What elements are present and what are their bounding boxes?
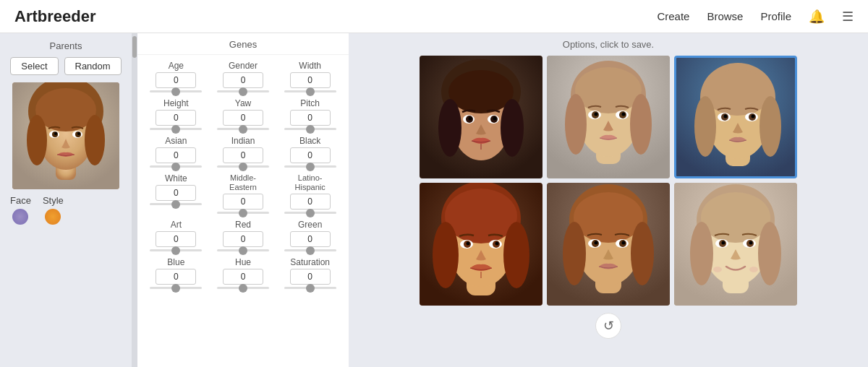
preview-cell-1[interactable] — [420, 56, 542, 178]
face-style-tabs: Face Style — [7, 195, 124, 225]
gene-age-input[interactable] — [156, 72, 196, 88]
preview-cell-6[interactable] — [674, 183, 797, 306]
header: Artbreeder Create Browse Profile 🔔 ☰ — [0, 0, 868, 33]
gene-white-input[interactable] — [156, 185, 196, 201]
svg-point-69 — [563, 222, 586, 285]
gene-gender-slider[interactable] — [217, 90, 269, 92]
svg-point-81 — [701, 192, 770, 243]
gene-art-input[interactable] — [156, 231, 196, 247]
logo: Artbreeder — [14, 7, 95, 26]
svg-point-75 — [595, 241, 598, 245]
refresh-button[interactable]: ↺ — [595, 313, 621, 339]
gene-width-input[interactable] — [290, 72, 331, 88]
svg-point-31 — [630, 94, 652, 155]
svg-point-56 — [433, 222, 459, 288]
gene-black-label: Black — [299, 136, 320, 146]
gene-indian-slider[interactable] — [217, 165, 269, 168]
random-button[interactable]: Random — [64, 57, 122, 75]
preview-cell-4[interactable] — [420, 183, 542, 306]
genes-row-0: Age Gender Width — [145, 61, 341, 92]
genes-content[interactable]: Age Gender Width Height — [137, 55, 349, 367]
gene-latino-hispanic-input[interactable] — [290, 194, 331, 210]
parents-panel: Parents Select Random — [0, 33, 132, 367]
nav-browse[interactable]: Browse — [707, 10, 743, 22]
gene-black-slider[interactable] — [284, 165, 336, 168]
gene-saturation-input[interactable] — [290, 269, 331, 285]
gene-height-input[interactable] — [156, 110, 196, 126]
svg-point-30 — [565, 94, 587, 155]
preview-cell-3[interactable] — [674, 56, 797, 178]
genes-row-3: White Middle-Eastern Latino-Hispanic — [145, 173, 341, 214]
header-nav: Create Browse Profile 🔔 ☰ — [657, 9, 854, 25]
gene-middle-eastern-input[interactable] — [223, 194, 263, 210]
gene-green-input[interactable] — [290, 231, 331, 247]
gene-latino-hispanic-label: Latino-Hispanic — [295, 173, 326, 192]
gene-blue-slider[interactable] — [150, 287, 202, 289]
gene-red-input[interactable] — [223, 231, 263, 247]
svg-point-90 — [713, 267, 722, 272]
parents-buttons: Select Random — [10, 57, 121, 75]
gene-yaw-slider[interactable] — [217, 128, 269, 130]
svg-point-37 — [622, 113, 626, 116]
face-tab-dot — [12, 209, 28, 225]
scroll-thumb[interactable] — [132, 36, 137, 58]
nav-profile[interactable]: Profile — [760, 10, 791, 22]
gene-height-slider[interactable] — [150, 128, 202, 130]
gene-art-slider[interactable] — [150, 249, 202, 251]
gene-middle-eastern-slider[interactable] — [217, 212, 269, 214]
svg-point-6 — [85, 115, 105, 165]
gene-age-slider[interactable] — [150, 90, 202, 92]
gene-asian-slider[interactable] — [150, 165, 202, 168]
gene-red-slider[interactable] — [217, 249, 269, 251]
main-content: Parents Select Random — [0, 33, 868, 367]
genes-row-2: Asian Indian Black — [145, 136, 341, 168]
gene-art-label: Art — [171, 220, 182, 230]
gene-hue-slider[interactable] — [217, 287, 269, 289]
menu-icon[interactable]: ☰ — [842, 9, 854, 25]
svg-point-23 — [469, 117, 472, 121]
gene-yaw: Yaw — [212, 98, 275, 130]
gene-indian-input[interactable] — [223, 147, 263, 163]
gene-saturation-slider[interactable] — [284, 287, 336, 289]
gene-indian: Indian — [212, 136, 275, 168]
gene-middle-eastern: Middle-Eastern — [212, 173, 275, 214]
svg-point-12 — [77, 132, 80, 135]
gene-white: White — [145, 173, 208, 214]
preview-cell-2[interactable] — [547, 56, 670, 178]
gene-green: Green — [278, 220, 341, 251]
gene-hue-label: Hue — [235, 257, 251, 267]
gene-hue-input[interactable] — [223, 269, 263, 285]
genes-row-4: Art Red Green — [145, 220, 341, 251]
gene-black-input[interactable] — [290, 147, 331, 163]
svg-point-44 — [760, 96, 781, 157]
gene-width-label: Width — [299, 61, 321, 71]
select-button[interactable]: Select — [10, 57, 58, 75]
gene-age: Age — [145, 61, 208, 92]
gene-pitch-input[interactable] — [290, 110, 331, 126]
preview-cell-5[interactable] — [547, 183, 670, 306]
gene-art: Art — [145, 220, 208, 251]
gene-asian-input[interactable] — [156, 147, 196, 163]
svg-point-89 — [749, 241, 753, 245]
preview-panel: Options, click to save. — [349, 33, 868, 367]
svg-point-5 — [27, 115, 47, 165]
gene-width-slider[interactable] — [284, 90, 336, 92]
svg-point-76 — [622, 241, 626, 245]
parent-image[interactable] — [12, 82, 119, 189]
style-tab-dot — [45, 209, 61, 225]
gene-blue-input[interactable] — [156, 269, 196, 285]
refresh-icon: ↺ — [603, 318, 614, 334]
bell-icon[interactable]: 🔔 — [809, 9, 825, 25]
gene-saturation-label: Saturation — [290, 257, 330, 267]
gene-pitch-slider[interactable] — [284, 128, 336, 130]
gene-gender-input[interactable] — [223, 72, 263, 88]
gene-gender-label: Gender — [229, 61, 258, 71]
gene-white-slider[interactable] — [150, 203, 202, 205]
gene-green-slider[interactable] — [284, 249, 336, 251]
svg-point-57 — [503, 222, 529, 288]
face-tab[interactable]: Face — [10, 195, 31, 225]
gene-yaw-input[interactable] — [223, 110, 263, 126]
style-tab[interactable]: Style — [43, 195, 64, 225]
nav-create[interactable]: Create — [657, 10, 689, 22]
gene-latino-hispanic-slider[interactable] — [284, 212, 336, 214]
